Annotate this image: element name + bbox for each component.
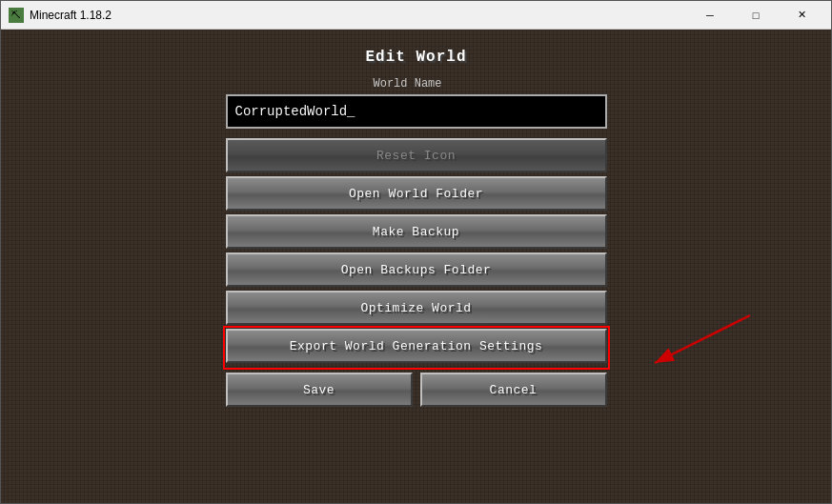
svg-line-1 xyxy=(655,315,750,363)
dialog-title: Edit World xyxy=(365,49,466,66)
dialog-wrapper: Edit World World Name Reset Icon Open Wo… xyxy=(226,49,607,407)
open-backups-folder-button[interactable]: Open Backups Folder xyxy=(226,252,607,287)
maximize-button[interactable]: □ xyxy=(734,1,778,30)
bottom-buttons: Save Cancel xyxy=(226,373,607,407)
save-button[interactable]: Save xyxy=(226,373,413,407)
titlebar-left: ⛏ Minecraft 1.18.2 xyxy=(9,8,112,23)
titlebar: ⛏ Minecraft 1.18.2 ─ □ ✕ xyxy=(1,1,831,30)
open-world-folder-button[interactable]: Open World Folder xyxy=(226,176,607,211)
cancel-button[interactable]: Cancel xyxy=(420,373,607,407)
minimize-button[interactable]: ─ xyxy=(688,1,732,30)
arrow-annotation xyxy=(626,306,760,382)
reset-icon-button[interactable]: Reset Icon xyxy=(226,138,607,172)
close-button[interactable]: ✕ xyxy=(780,1,823,30)
optimize-world-button[interactable]: Optimize World xyxy=(226,291,607,325)
make-backup-button[interactable]: Make Backup xyxy=(226,214,607,249)
world-name-label: World Name xyxy=(374,77,442,91)
main-content: Edit World World Name Reset Icon Open Wo… xyxy=(1,30,831,503)
window-controls: ─ □ ✕ xyxy=(688,1,823,30)
world-name-input[interactable] xyxy=(226,94,607,129)
minecraft-window: ⛏ Minecraft 1.18.2 ─ □ ✕ Edit World Worl… xyxy=(0,0,832,504)
export-button-wrapper: Export World Generation Settings xyxy=(226,329,607,367)
window-title: Minecraft 1.18.2 xyxy=(30,9,112,22)
export-world-generation-button[interactable]: Export World Generation Settings xyxy=(226,329,607,363)
app-icon: ⛏ xyxy=(9,8,24,23)
